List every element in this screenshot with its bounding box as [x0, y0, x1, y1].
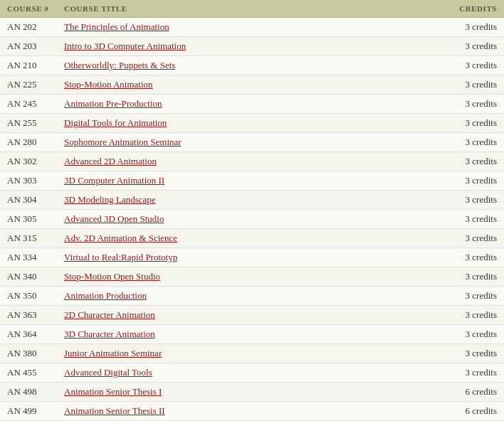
- header-course-number: COURSE #: [7, 4, 64, 13]
- course-number: AN 245: [7, 98, 64, 110]
- course-title-link[interactable]: 2D Character Animation: [64, 309, 155, 320]
- course-number: AN 334: [7, 252, 64, 263]
- course-title[interactable]: Advanced 3D Open Studio: [64, 213, 426, 225]
- course-title-link[interactable]: Advanced 3D Open Studio: [64, 213, 164, 224]
- course-title-link[interactable]: Advanced 2D Animation: [64, 156, 157, 166]
- course-number: AN 304: [7, 194, 64, 206]
- course-number: AN 280: [7, 137, 64, 148]
- course-title[interactable]: Intro to 3D Computer Animation: [64, 41, 426, 52]
- course-title[interactable]: Advanced 2D Animation: [64, 156, 426, 167]
- course-title[interactable]: Animation Senior Thesis II: [64, 405, 426, 417]
- course-title-link[interactable]: Junior Animation Seminar: [64, 348, 162, 358]
- table-row: AN 455Advanced Digital Tools3 credits: [0, 363, 504, 383]
- course-credits: 3 credits: [426, 98, 497, 110]
- course-credits: 3 credits: [426, 117, 497, 129]
- course-number: AN 498: [7, 386, 64, 398]
- course-number: AN 305: [7, 213, 64, 225]
- course-credits: 6 credits: [426, 405, 497, 417]
- course-title[interactable]: The Principles of Animation: [64, 21, 426, 33]
- course-credits: 3 credits: [426, 271, 497, 282]
- course-credits: 6 credits: [426, 386, 497, 398]
- course-title[interactable]: Animation Pre-Production: [64, 98, 426, 110]
- course-title-link[interactable]: Animation Senior Thesis II: [64, 405, 165, 416]
- course-title-link[interactable]: Animation Production: [64, 290, 147, 301]
- table-row: AN 380Junior Animation Seminar3 credits: [0, 344, 504, 363]
- course-number: AN 210: [7, 60, 64, 71]
- course-title[interactable]: Otherworldly: Puppets & Sets: [64, 60, 426, 71]
- course-title-link[interactable]: Stop-Motion Open Studio: [64, 271, 160, 282]
- header-course-title: COURSE TITLE: [64, 4, 426, 13]
- course-credits: 3 credits: [426, 309, 497, 321]
- course-title-link[interactable]: Stop-Motion Animation: [64, 79, 153, 90]
- course-title-link[interactable]: The Principles of Animation: [64, 21, 169, 32]
- course-credits: 3 credits: [426, 290, 497, 302]
- course-title-link[interactable]: Virtual to Real:Rapid Prototyp: [64, 252, 177, 262]
- table-row: AN 280Sophomore Animation Seminar3 credi…: [0, 133, 504, 152]
- course-credits: 3 credits: [426, 156, 497, 167]
- course-title-link[interactable]: Advanced Digital Tools: [64, 367, 152, 378]
- course-number: AN 225: [7, 79, 64, 90]
- table-row: AN 3643D Character Animation3 credits: [0, 325, 504, 344]
- course-title-link[interactable]: Animation Senior Thesis I: [64, 386, 162, 397]
- course-title[interactable]: 3D Character Animation: [64, 329, 426, 340]
- course-credits: 3 credits: [426, 60, 497, 71]
- course-number: AN 350: [7, 290, 64, 302]
- course-credits: 3 credits: [426, 21, 497, 33]
- table-row: AN 245Animation Pre-Production3 credits: [0, 95, 504, 114]
- course-title-link[interactable]: Adv. 2D Animation & Science: [64, 233, 177, 243]
- course-number: AN 455: [7, 367, 64, 378]
- course-number: AN 363: [7, 309, 64, 321]
- table-row: AN 350Animation Production3 credits: [0, 287, 504, 306]
- table-row: AN 340Stop-Motion Open Studio3 credits: [0, 267, 504, 287]
- course-title[interactable]: 3D Modeling Landscape: [64, 194, 426, 206]
- course-title-link[interactable]: Digital Tools for Animation: [64, 117, 167, 128]
- course-credits: 3 credits: [426, 194, 497, 206]
- course-title[interactable]: Digital Tools for Animation: [64, 117, 426, 129]
- course-credits: 3 credits: [426, 137, 497, 148]
- table-header: COURSE # COURSE TITLE CREDITS: [0, 0, 504, 18]
- course-title[interactable]: Animation Senior Thesis I: [64, 386, 426, 398]
- course-credits: 3 credits: [426, 79, 497, 90]
- table-body: AN 202The Principles of Animation3 credi…: [0, 18, 504, 421]
- course-title[interactable]: Sophomore Animation Seminar: [64, 137, 426, 148]
- course-number: AN 315: [7, 233, 64, 244]
- table-row: AN 498Animation Senior Thesis I6 credits: [0, 383, 504, 402]
- course-title-link[interactable]: Animation Pre-Production: [64, 98, 162, 109]
- course-title[interactable]: Animation Production: [64, 290, 426, 302]
- course-number: AN 340: [7, 271, 64, 282]
- course-title[interactable]: Junior Animation Seminar: [64, 348, 426, 359]
- course-title-link[interactable]: 3D Modeling Landscape: [64, 194, 156, 205]
- course-credits: 3 credits: [426, 348, 497, 359]
- course-number: AN 380: [7, 348, 64, 359]
- course-credits: 3 credits: [426, 213, 497, 225]
- course-credits: 3 credits: [426, 329, 497, 340]
- course-number: AN 202: [7, 21, 64, 33]
- course-table: COURSE # COURSE TITLE CREDITS AN 202The …: [0, 0, 504, 421]
- table-row: AN 210Otherworldly: Puppets & Sets3 cred…: [0, 56, 504, 75]
- course-credits: 3 credits: [426, 41, 497, 52]
- course-title-link[interactable]: Otherworldly: Puppets & Sets: [64, 60, 175, 70]
- course-title[interactable]: Advanced Digital Tools: [64, 367, 426, 378]
- table-row: AN 315Adv. 2D Animation & Science3 credi…: [0, 229, 504, 248]
- table-row: AN 3632D Character Animation3 credits: [0, 306, 504, 325]
- table-row: AN 302Advanced 2D Animation3 credits: [0, 152, 504, 171]
- course-title-link[interactable]: 3D Character Animation: [64, 329, 155, 339]
- course-number: AN 364: [7, 329, 64, 340]
- table-row: AN 255Digital Tools for Animation3 credi…: [0, 114, 504, 133]
- course-title-link[interactable]: Sophomore Animation Seminar: [64, 137, 182, 147]
- course-title[interactable]: Stop-Motion Open Studio: [64, 271, 426, 282]
- course-title[interactable]: Stop-Motion Animation: [64, 79, 426, 90]
- table-row: AN 3043D Modeling Landscape3 credits: [0, 191, 504, 210]
- course-title-link[interactable]: 3D Computer Animation II: [64, 175, 164, 186]
- table-row: AN 334Virtual to Real:Rapid Prototyp3 cr…: [0, 248, 504, 267]
- table-row: AN 499Animation Senior Thesis II6 credit…: [0, 402, 504, 421]
- course-number: AN 255: [7, 117, 64, 129]
- course-number: AN 499: [7, 405, 64, 417]
- course-title[interactable]: Virtual to Real:Rapid Prototyp: [64, 252, 426, 263]
- course-title[interactable]: 2D Character Animation: [64, 309, 426, 321]
- course-title[interactable]: Adv. 2D Animation & Science: [64, 233, 426, 244]
- course-credits: 3 credits: [426, 367, 497, 378]
- course-title[interactable]: 3D Computer Animation II: [64, 175, 426, 186]
- course-title-link[interactable]: Intro to 3D Computer Animation: [64, 41, 186, 51]
- course-number: AN 303: [7, 175, 64, 186]
